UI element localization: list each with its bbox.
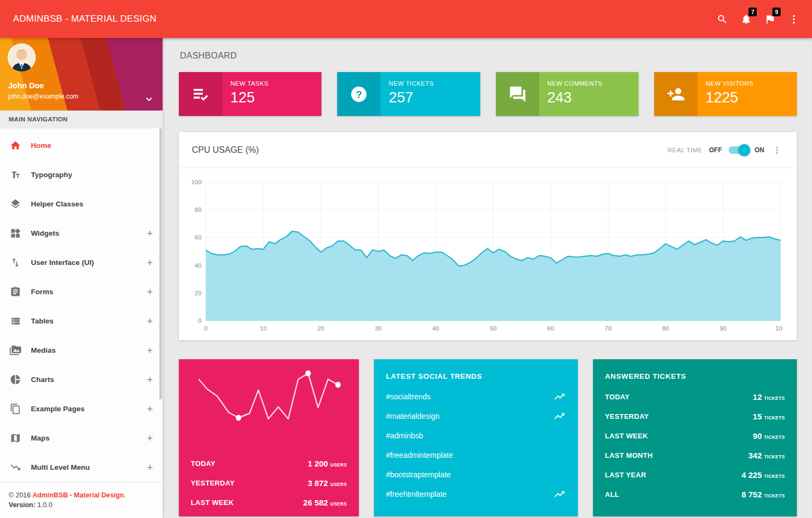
cpu-usage-card: CPU USAGE (%) REAL TIME OFF ON 010203040… — [179, 132, 797, 340]
ticket-row-all: ALL 8 752TICKETS — [605, 484, 785, 504]
expand-plus-icon[interactable]: + — [147, 287, 153, 297]
sidebar-item-home[interactable]: Home — [0, 131, 163, 160]
info-box-new-tickets: ? NEW TICKETS 257 — [337, 72, 480, 116]
sidebar-item-multi-level-menu[interactable]: Multi Level Menu + — [0, 452, 163, 482]
trend-item-adminbsb[interactable]: #adminbsb — [386, 426, 566, 445]
realtime-toggle[interactable] — [729, 144, 748, 157]
trend-item-socialtrends[interactable]: #socialtrends — [386, 387, 566, 406]
expand-plus-icon[interactable]: + — [147, 433, 153, 443]
brand-link[interactable]: AdminBSB - Material Design — [33, 491, 124, 499]
info-box-value: 243 — [547, 89, 603, 106]
trend-item-materialdesign[interactable]: #materialdesign — [386, 406, 566, 426]
expand-plus-icon[interactable]: + — [147, 257, 153, 268]
visitors-stats-card: TODAY 1 200USERS YESTERDAY 3 872USERS LA… — [179, 359, 359, 516]
sidebar-item-medias[interactable]: Medias + — [0, 335, 163, 365]
widgets-icon — [9, 227, 21, 239]
copyright-line: © 2016 AdminBSB - Material Design. — [9, 491, 154, 499]
trend-item-freeadmintemplate[interactable]: #freeadmintemplate — [386, 445, 566, 465]
sidebar-item-typography[interactable]: Typography — [0, 160, 163, 189]
person-add-icon — [654, 72, 698, 116]
flag-badge: 9 — [772, 8, 781, 16]
search-icon[interactable] — [710, 7, 734, 31]
cpu-chart-area: 0102030405060708090100020406080100 — [179, 168, 797, 340]
social-trends-title: LATEST SOCIAL TRENDS — [386, 372, 566, 380]
sidebar: John Doe john.doe@example.com MAIN NAVIG… — [0, 38, 163, 518]
swap-arrows-icon — [9, 256, 21, 268]
copy-pages-icon — [9, 403, 21, 415]
sidebar-item-tables[interactable]: Tables + — [0, 306, 163, 335]
sparkline-svg — [179, 359, 359, 446]
version-line: Version: 1.0.0 — [9, 501, 154, 509]
cpu-card-header: CPU USAGE (%) REAL TIME OFF ON — [179, 132, 797, 168]
app-title: ADMINBSB - MATERIAL DESIGN — [13, 14, 157, 24]
info-box-value: 257 — [389, 89, 434, 106]
kebab-menu-icon[interactable] — [782, 7, 805, 31]
expand-plus-icon[interactable]: + — [147, 404, 153, 414]
stat-row-today: TODAY 1 200USERS — [191, 454, 347, 473]
sidebar-item-forms[interactable]: Forms + — [0, 277, 163, 306]
toggle-on-label: ON — [755, 146, 764, 154]
svg-text:80: 80 — [195, 206, 202, 213]
media-image-icon — [9, 344, 21, 356]
ticket-row-today: TODAY 12TICKETS — [605, 387, 785, 406]
expand-plus-icon[interactable]: + — [147, 345, 153, 355]
typography-icon — [9, 169, 21, 180]
user-info-panel: John Doe john.doe@example.com — [0, 38, 163, 111]
svg-text:40: 40 — [195, 262, 202, 269]
svg-text:30: 30 — [375, 325, 382, 332]
sidebar-item-charts[interactable]: Charts + — [0, 365, 163, 394]
sidebar-scrollbar[interactable] — [159, 128, 162, 399]
flag-icon[interactable]: 9 — [758, 7, 782, 31]
cpu-card-controls: REAL TIME OFF ON — [667, 143, 784, 157]
header-icons: 7 9 — [710, 7, 805, 31]
svg-text:80: 80 — [662, 325, 669, 332]
svg-text:40: 40 — [432, 325, 439, 332]
sidebar-item-example-pages[interactable]: Example Pages + — [0, 394, 163, 423]
trend-item-freehtmltemplate[interactable]: #freehtmltemplate — [386, 484, 566, 504]
info-box-label: NEW COMMENTS — [547, 80, 603, 87]
svg-text:50: 50 — [490, 325, 497, 332]
sidebar-menu: Home Typography Helper Classes Widgets +… — [0, 128, 163, 482]
chevron-down-icon[interactable] — [142, 92, 156, 106]
avatar[interactable] — [8, 43, 36, 72]
trending-up-icon — [553, 488, 566, 501]
svg-text:60: 60 — [547, 325, 555, 332]
info-boxes-row: NEW TASKS 125 ? NEW TICKETS 257 NEW COMM… — [179, 72, 797, 116]
forum-icon — [496, 72, 539, 116]
bottom-cards-row: TODAY 1 200USERS YESTERDAY 3 872USERS LA… — [179, 359, 797, 516]
toggle-off-label: OFF — [709, 146, 722, 154]
info-box-new-visitors: NEW VISITORS 1225 — [654, 72, 797, 116]
sidebar-item-maps[interactable]: Maps + — [0, 423, 163, 452]
expand-plus-icon[interactable]: + — [147, 316, 153, 326]
page-title: DASHBOARD — [180, 51, 797, 61]
trend-item-bootstraptemplate[interactable]: #bootstraptemplate — [386, 465, 566, 484]
main-content: DASHBOARD NEW TASKS 125 ? NEW TICKETS 25… — [163, 38, 812, 518]
card-kebab-menu-icon[interactable] — [770, 143, 784, 157]
svg-text:?: ? — [356, 88, 362, 100]
info-box-label: NEW VISITORS — [706, 80, 753, 87]
expand-plus-icon[interactable]: + — [147, 228, 153, 238]
answered-tickets-card: ANSWERED TICKETS TODAY 12TICKETS YESTERD… — [593, 359, 797, 516]
ticket-row-last-year: LAST YEAR 4 225TICKETS — [605, 465, 785, 484]
info-box-label: NEW TASKS — [230, 80, 268, 87]
sidebar-item-user-interface[interactable]: User Interface (UI) + — [0, 248, 163, 277]
expand-plus-icon[interactable]: + — [147, 462, 153, 472]
svg-text:0: 0 — [198, 318, 201, 324]
svg-text:70: 70 — [605, 325, 612, 332]
app-header: ADMINBSB - MATERIAL DESIGN 7 9 — [0, 0, 812, 38]
info-box-new-comments: NEW COMMENTS 243 — [496, 72, 639, 116]
info-box-value: 125 — [230, 89, 268, 106]
ticket-row-last-week: LAST WEEK 90TICKETS — [605, 426, 785, 445]
notifications-badge: 7 — [749, 8, 757, 16]
notifications-bell-icon[interactable]: 7 — [734, 7, 758, 31]
svg-text:10: 10 — [260, 325, 267, 332]
sidebar-item-widgets[interactable]: Widgets + — [0, 218, 163, 248]
stat-row-last-week: LAST WEEK 26 582USERS — [191, 493, 347, 512]
expand-plus-icon[interactable]: + — [147, 374, 153, 385]
sidebar-item-helper-classes[interactable]: Helper Classes — [0, 189, 163, 218]
answered-tickets-title: ANSWERED TICKETS — [605, 372, 785, 380]
social-trends-card: LATEST SOCIAL TRENDS #socialtrends #mate… — [374, 359, 578, 516]
playlist-check-icon — [179, 72, 222, 116]
svg-text:0: 0 — [204, 325, 208, 332]
trending-down-icon — [9, 461, 21, 473]
